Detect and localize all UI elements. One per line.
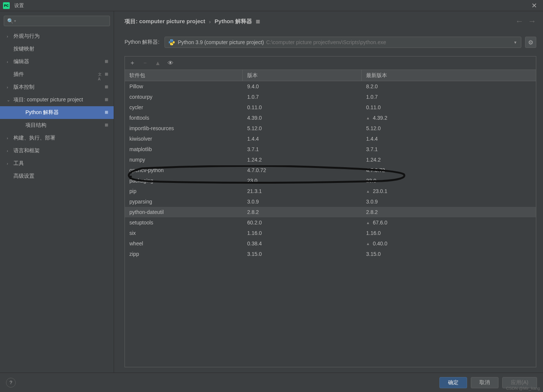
table-row[interactable]: cycler0.11.00.11.0 xyxy=(125,102,536,113)
sidebar-item-label: 版本控制 xyxy=(13,84,103,91)
show-early-releases-button[interactable]: 👁 xyxy=(168,60,174,67)
config-scope-icon: ▦ xyxy=(105,110,110,115)
expand-arrow-icon xyxy=(7,85,12,89)
table-row[interactable]: kiwisolver1.4.41.4.4 xyxy=(125,134,536,144)
lang-badge-icon: 文A xyxy=(98,72,103,77)
sidebar-item[interactable]: 按键映射 xyxy=(0,43,114,55)
close-icon[interactable]: ✕ xyxy=(528,1,540,10)
package-name: fonttools xyxy=(125,115,243,121)
table-row[interactable]: wheel0.38.4▲0.40.0 xyxy=(125,238,536,249)
table-row[interactable]: packaging23.023.0 xyxy=(125,175,536,186)
package-version: 23.0 xyxy=(243,178,362,184)
package-version: 0.38.4 xyxy=(243,241,362,246)
search-icon: 🔍 xyxy=(7,18,13,24)
app-icon: PC xyxy=(3,2,10,9)
package-list[interactable]: Pillow9.4.08.2.0contourpy1.0.71.0.7cycle… xyxy=(125,81,536,367)
package-latest: ▲4.39.2 xyxy=(362,115,536,121)
remove-package-button[interactable]: － xyxy=(142,59,148,67)
sidebar-item[interactable]: 编辑器▦ xyxy=(0,55,114,68)
gear-icon: ⚙ xyxy=(528,39,533,46)
package-name: setuptools xyxy=(125,220,243,226)
table-row[interactable]: importlib-resources5.12.05.12.0 xyxy=(125,123,536,134)
table-row[interactable]: setuptools60.2.0▲67.6.0 xyxy=(125,217,536,228)
table-row[interactable]: fonttools4.39.0▲4.39.2 xyxy=(125,113,536,123)
package-name: python-dateutil xyxy=(125,209,243,215)
package-latest: ▲23.0.1 xyxy=(362,188,536,194)
sidebar-item[interactable]: 项目结构▦ xyxy=(0,119,114,132)
table-row[interactable]: contourpy1.0.71.0.7 xyxy=(125,92,536,102)
expand-arrow-icon xyxy=(7,34,12,39)
nav-back-icon[interactable]: ← xyxy=(515,16,524,26)
package-name: importlib-resources xyxy=(125,125,243,131)
sidebar-item[interactable]: 插件文A▦ xyxy=(0,68,114,81)
package-name: pyparsing xyxy=(125,199,243,205)
column-latest[interactable]: 最新版本 xyxy=(362,70,536,81)
package-latest: 8.2.0 xyxy=(362,83,536,89)
table-row[interactable]: six1.16.01.16.0 xyxy=(125,228,536,238)
expand-arrow-icon xyxy=(7,98,12,102)
upgrade-package-button[interactable]: ▲ xyxy=(155,60,161,67)
config-scope-icon: ▦ xyxy=(256,19,260,24)
package-name: kiwisolver xyxy=(125,136,243,142)
column-package[interactable]: 软件包 xyxy=(125,70,243,81)
help-button[interactable]: ? xyxy=(6,378,16,388)
sidebar-item-label: 高级设置 xyxy=(13,173,110,180)
sidebar-item-label: 工具 xyxy=(13,160,110,167)
package-version: 1.16.0 xyxy=(243,230,362,236)
column-version[interactable]: 版本 xyxy=(243,70,362,81)
interpreter-select[interactable]: Python 3.9 (computer picture project) C:… xyxy=(165,37,521,48)
package-toolbar: ＋ － ▲ 👁 xyxy=(125,56,536,70)
breadcrumb-part: Python 解释器 xyxy=(215,18,252,25)
sidebar-item[interactable]: 构建、执行、部署 xyxy=(0,132,114,144)
table-row[interactable]: numpy1.24.21.24.2 xyxy=(125,154,536,165)
package-name: numpy xyxy=(125,157,243,163)
package-latest: 1.16.0 xyxy=(362,230,536,236)
sidebar-item-label: 插件 xyxy=(13,71,96,78)
config-scope-icon: ▦ xyxy=(105,59,110,64)
ok-button[interactable]: 确定 xyxy=(439,377,467,388)
package-version: 1.0.7 xyxy=(243,94,362,100)
table-row[interactable]: pyparsing3.0.93.0.9 xyxy=(125,196,536,207)
nav-forward-icon[interactable]: → xyxy=(528,16,536,26)
package-latest: 0.11.0 xyxy=(362,104,536,110)
breadcrumb-part: 项目: computer picture project xyxy=(125,18,205,25)
sidebar-item-label: 项目: computer picture project xyxy=(13,97,103,103)
settings-tree: 外观与行为按键映射编辑器▦插件文A▦版本控制▦项目: computer pict… xyxy=(0,30,114,373)
interpreter-path: C:\computer picture project\venv\Scripts… xyxy=(266,39,513,45)
sidebar: 🔍 ▾ 外观与行为按键映射编辑器▦插件文A▦版本控制▦项目: computer … xyxy=(0,11,114,373)
package-version: 1.24.2 xyxy=(243,157,362,163)
sidebar-item[interactable]: 外观与行为 xyxy=(0,30,114,43)
svg-point-0 xyxy=(171,40,171,40)
add-package-button[interactable]: ＋ xyxy=(129,59,135,67)
sidebar-item[interactable]: 语言和框架 xyxy=(0,144,114,157)
package-name: pip xyxy=(125,188,243,194)
table-row[interactable]: opencv-python4.7.0.724.7.0.72 xyxy=(125,165,536,175)
sidebar-item[interactable]: 项目: computer picture project▦ xyxy=(0,94,114,106)
sidebar-item[interactable]: 高级设置 xyxy=(0,170,114,183)
table-row[interactable]: python-dateutil2.8.22.8.2 xyxy=(125,207,536,217)
package-version: 3.0.9 xyxy=(243,199,362,205)
package-version: 9.4.0 xyxy=(243,83,362,89)
package-table-header: 软件包 版本 最新版本 xyxy=(125,70,536,81)
package-latest: 5.12.0 xyxy=(362,125,536,131)
sidebar-item[interactable]: 工具 xyxy=(0,157,114,170)
table-row[interactable]: zipp3.15.03.15.0 xyxy=(125,249,536,259)
chevron-down-icon: ▾ xyxy=(14,19,16,23)
package-version: 1.4.4 xyxy=(243,136,362,142)
svg-point-1 xyxy=(172,44,173,45)
table-row[interactable]: matplotlib3.7.13.7.1 xyxy=(125,144,536,154)
config-scope-icon: ▦ xyxy=(105,72,110,77)
package-latest: 23.0 xyxy=(362,178,536,184)
sidebar-item-label: 编辑器 xyxy=(13,58,103,65)
interpreter-name: Python 3.9 (computer picture project) xyxy=(178,39,264,45)
package-name: Pillow xyxy=(125,83,243,89)
cancel-button[interactable]: 取消 xyxy=(471,377,498,388)
table-row[interactable]: Pillow9.4.08.2.0 xyxy=(125,81,536,92)
table-row[interactable]: pip21.3.1▲23.0.1 xyxy=(125,186,536,196)
sidebar-item[interactable]: 版本控制▦ xyxy=(0,81,114,94)
search-input[interactable]: 🔍 ▾ xyxy=(4,16,110,26)
package-name: matplotlib xyxy=(125,146,243,152)
gear-button[interactable]: ⚙ xyxy=(525,37,536,48)
sidebar-item-label: 构建、执行、部署 xyxy=(13,135,110,141)
sidebar-item[interactable]: Python 解释器▦ xyxy=(0,106,114,119)
